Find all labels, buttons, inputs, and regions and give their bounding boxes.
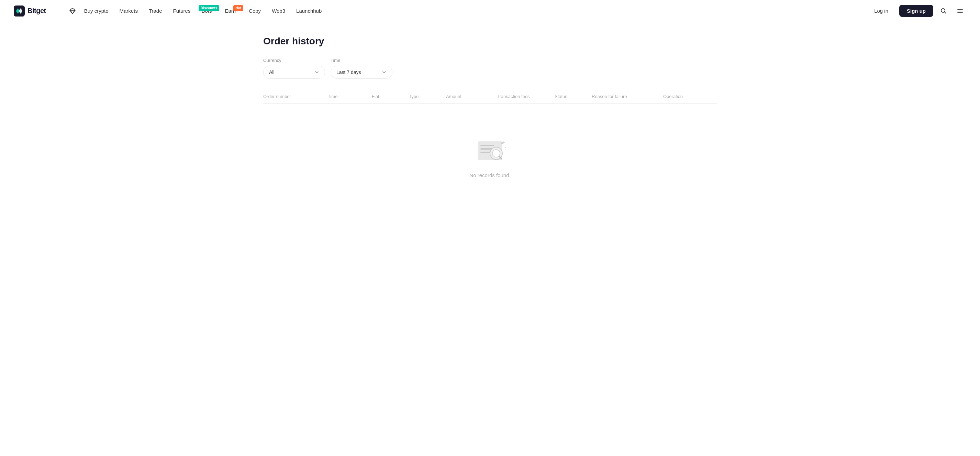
currency-value: All [269, 70, 275, 75]
nav-right: Log in Sign up [867, 5, 966, 17]
col-type: Type [409, 94, 443, 99]
filters-row: Currency All Time Last 7 days [263, 58, 717, 79]
main-content: Order history Currency All Time Last 7 d… [250, 22, 730, 219]
col-status: Status [555, 94, 589, 99]
bots-badge: Discounts [199, 5, 219, 11]
nav-divider [60, 8, 60, 14]
col-fiat: Fiat [372, 94, 406, 99]
svg-point-1 [941, 9, 945, 13]
table-header: Order number Time Fiat Type Amount Trans… [263, 90, 717, 104]
nav-item-launchhub[interactable]: Launchhub [291, 5, 326, 16]
table-container: Order number Time Fiat Type Amount Trans… [263, 90, 717, 206]
signup-button[interactable]: Sign up [899, 5, 933, 17]
time-chevron-icon [382, 70, 387, 75]
currency-select[interactable]: All [263, 66, 325, 79]
empty-icon [469, 131, 511, 166]
col-reason-for-failure: Reason for failure [592, 94, 660, 99]
nav-item-web3[interactable]: Web3 [267, 5, 290, 16]
earn-badge: Hot [233, 5, 243, 11]
col-operation: Operation [663, 94, 705, 99]
search-button[interactable] [937, 5, 950, 17]
empty-state: No records found. [263, 104, 717, 206]
menu-button[interactable] [954, 5, 966, 17]
col-time: Time [328, 94, 369, 99]
svg-rect-3 [480, 145, 494, 146]
time-select[interactable]: Last 7 days [331, 66, 392, 79]
time-value: Last 7 days [336, 70, 361, 75]
logo[interactable]: Bitget [14, 5, 46, 16]
currency-chevron-icon [314, 70, 319, 75]
login-button[interactable]: Log in [867, 5, 895, 16]
logo-text: Bitget [27, 7, 46, 15]
nav-item-buy-crypto[interactable]: Buy crypto [80, 5, 113, 16]
time-label: Time [331, 58, 392, 63]
nav-item-diamond[interactable] [66, 5, 80, 17]
nav-item-bots[interactable]: Bots Discounts [197, 5, 218, 16]
page-title: Order history [263, 36, 717, 47]
svg-point-9 [505, 147, 506, 148]
col-transaction-fees: Transaction fees [497, 94, 552, 99]
col-order-number: Order number [263, 94, 325, 99]
time-filter-group: Time Last 7 days [331, 58, 392, 79]
nav-links: Buy crypto Markets Trade Futures Bots Di… [80, 5, 867, 16]
currency-label: Currency [263, 58, 325, 63]
nav-item-copy[interactable]: Copy [244, 5, 266, 16]
navbar: Bitget Buy crypto Markets Trade Futures … [0, 0, 980, 22]
empty-message: No records found. [469, 172, 510, 178]
nav-item-trade[interactable]: Trade [144, 5, 167, 16]
nav-item-markets[interactable]: Markets [115, 5, 143, 16]
nav-item-earn[interactable]: Earn Hot [220, 5, 243, 16]
nav-item-futures[interactable]: Futures [169, 5, 196, 16]
col-amount: Amount [446, 94, 494, 99]
currency-filter-group: Currency All [263, 58, 325, 79]
